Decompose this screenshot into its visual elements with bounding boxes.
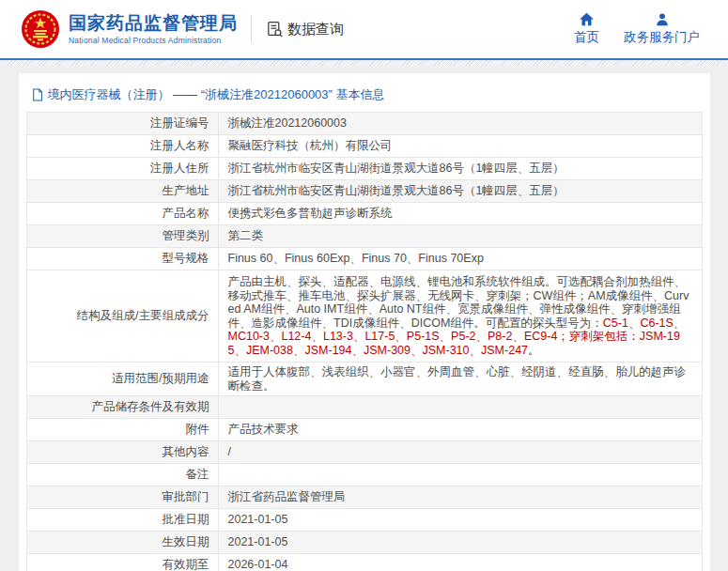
row-value: 2021-01-05 (218, 509, 702, 532)
table-row: 产品名称便携式彩色多普勒超声诊断系统 (26, 203, 702, 225)
row-value: 浙江省杭州市临安区青山湖街道景观大道86号（1幢四层、五层） (218, 158, 702, 180)
row-label: 生效日期 (26, 532, 218, 554)
row-value: 适用于人体腹部、浅表组织、小器官、外周血管、心脏、经阴道、经直肠、胎儿的超声诊断… (218, 363, 702, 396)
row-label-text: 生产地址 (163, 184, 209, 197)
table-row: 批准日期2021-01-05 (26, 509, 702, 532)
table-row: 有效期至2026-01-04 (26, 554, 702, 571)
info-table: 注册证编号浙械注准20212060003注册人名称聚融医疗科技（杭州）有限公司注… (26, 112, 703, 571)
data-query-icon (266, 21, 284, 39)
table-row: 生效日期2021-01-05 (26, 532, 702, 554)
row-label-text: 附件 (186, 423, 209, 436)
table-row: 型号规格Finus 60、Finus 60Exp、Finus 70、Finus … (26, 248, 702, 270)
row-label: 注册人住所 (26, 158, 218, 180)
row-value: 2026-01-04 (218, 554, 702, 571)
row-label-text: 审批部门 (163, 490, 209, 503)
row-value: Finus 60、Finus 60Exp、Finus 70、Finus 70Ex… (218, 248, 702, 270)
table-row: 注册证编号浙械注准20212060003 (26, 113, 702, 135)
agency-name-cn: 国家药品监督管理局 (69, 13, 238, 34)
table-row: 产品储存条件及有效期 (26, 396, 702, 419)
row-label-text: 批准日期 (163, 513, 209, 526)
row-label-text: 注册人名称 (150, 139, 209, 152)
row-label-text: 产品名称 (163, 207, 209, 220)
row-label-text: 有效期至 (163, 558, 209, 571)
table-row: 适用范围/预期用途适用于人体腹部、浅表组织、小器官、外周血管、心脏、经阴道、经直… (26, 363, 702, 396)
breadcrumb: 境内医疗器械（注册） —— “浙械注准20212060003” 基本信息 (26, 80, 703, 112)
table-row: 注册人住所浙江省杭州市临安区青山湖街道景观大道86号（1幢四层、五层） (26, 158, 702, 180)
table-row: 备注 (26, 464, 702, 486)
user-icon (655, 12, 670, 26)
data-query-link[interactable]: 数据查询 (266, 21, 344, 39)
nav-portal[interactable]: 政务服务门户 (624, 12, 700, 46)
row-label-text: 适用范围/预期用途 (112, 372, 209, 385)
row-label: 适用范围/预期用途 (26, 363, 218, 396)
header-nav: 首页 政务服务门户 (574, 12, 700, 46)
row-label: 注册人名称 (26, 135, 218, 158)
row-value: 浙械注准20212060003 (218, 113, 702, 135)
agency-title: 国家药品监督管理局 National Medical Products Admi… (69, 13, 238, 45)
row-label-text: 型号规格 (163, 252, 209, 265)
row-label: 生产地址 (26, 180, 218, 203)
row-label-text: 产品储存条件及有效期 (92, 400, 209, 413)
row-label: 其他内容 (26, 441, 218, 464)
header-left: 国家药品监督管理局 National Medical Products Admi… (21, 9, 344, 49)
table-row: 注册人名称聚融医疗科技（杭州）有限公司 (26, 135, 702, 158)
row-label-text: 其他内容 (163, 445, 209, 458)
row-label: 批准日期 (26, 509, 218, 532)
table-row: 管理类别第二类 (26, 225, 702, 248)
row-label: 附件 (26, 419, 218, 441)
row-value: / (218, 441, 702, 464)
row-value: 第二类 (218, 225, 702, 248)
table-row: 结构及组成/主要组成成分产品由主机、探头、适配器、电源线、锂电池和系统软件组成。… (26, 270, 702, 363)
table-row: 其他内容/ (26, 441, 702, 464)
nav-portal-label: 政务服务门户 (624, 29, 700, 46)
row-label: 备注 (26, 464, 218, 486)
site-header: 国家药品监督管理局 National Medical Products Admi… (0, 0, 728, 58)
row-label: 有效期至 (26, 554, 218, 571)
row-value: 产品技术要求 (218, 419, 702, 441)
data-query-label: 数据查询 (287, 21, 344, 39)
table-row: 生产地址浙江省杭州市临安区青山湖街道景观大道86号（1幢四层、五层） (26, 180, 702, 203)
national-emblem-logo (21, 9, 60, 49)
row-label: 产品名称 (26, 203, 218, 225)
document-icon (32, 88, 43, 101)
row-label: 管理类别 (26, 225, 218, 248)
nav-home-label: 首页 (574, 29, 599, 46)
row-label: 结构及组成/主要组成成分 (26, 270, 218, 363)
nav-home[interactable]: 首页 (574, 12, 599, 46)
breadcrumb-text: 境内医疗器械（注册） —— “浙械注准20212060003” 基本信息 (48, 86, 385, 103)
row-label-text: 备注 (186, 468, 209, 481)
page: 国家药品监督管理局 National Medical Products Admi… (0, 0, 728, 571)
row-value: 浙江省杭州市临安区青山湖街道景观大道86号（1幢四层、五层） (218, 180, 702, 203)
row-label-text: 管理类别 (163, 229, 209, 242)
row-label-text: 结构及组成/主要组成成分 (77, 309, 209, 322)
row-label-text: 生效日期 (163, 535, 209, 548)
home-icon (579, 12, 595, 26)
agency-name-en: National Medical Products Administration (69, 36, 238, 45)
row-value: 浙江省药品监督管理局 (218, 486, 702, 509)
header-divider (251, 15, 252, 43)
content-card: 境内医疗器械（注册） —— “浙械注准20212060003” 基本信息 注册证… (19, 73, 710, 571)
row-label: 审批部门 (26, 486, 218, 509)
row-value: 产品由主机、探头、适配器、电源线、锂电池和系统软件组成。可选配耦合剂加热组件、移… (218, 270, 702, 363)
row-label: 产品储存条件及有效期 (26, 396, 218, 419)
table-row: 附件产品技术要求 (26, 419, 702, 441)
row-label: 型号规格 (26, 248, 218, 270)
row-value: 聚融医疗科技（杭州）有限公司 (218, 135, 702, 158)
info-table-body: 注册证编号浙械注准20212060003注册人名称聚融医疗科技（杭州）有限公司注… (26, 113, 702, 571)
row-label-text: 注册证编号 (150, 116, 209, 130)
row-value (218, 396, 702, 419)
hatch-band (0, 60, 728, 66)
row-label: 注册证编号 (26, 113, 218, 135)
row-label-text: 注册人住所 (150, 162, 209, 175)
table-row: 审批部门浙江省药品监督管理局 (26, 486, 702, 509)
row-value: 便携式彩色多普勒超声诊断系统 (218, 203, 702, 225)
row-value (218, 464, 702, 486)
row-value: 2021-01-05 (218, 532, 702, 554)
